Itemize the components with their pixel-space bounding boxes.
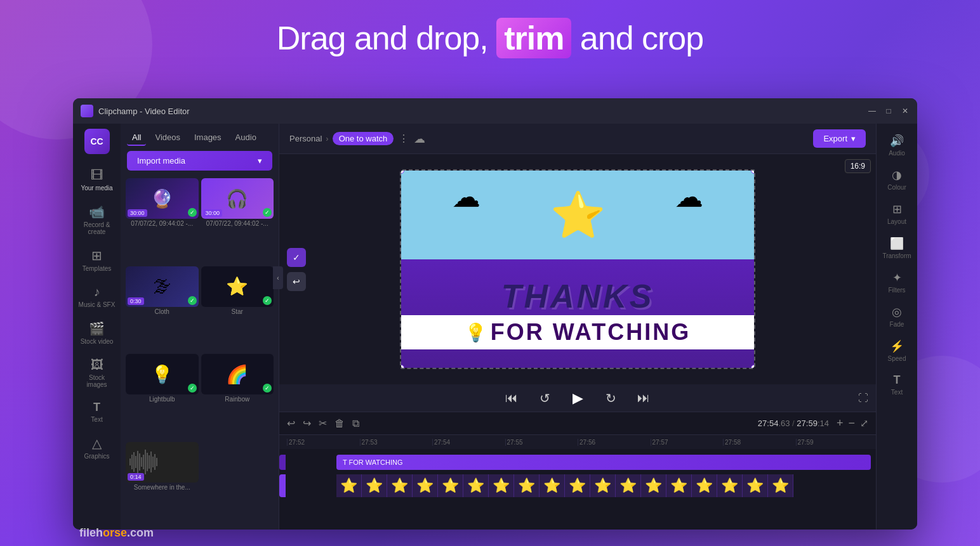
media-item-3[interactable]: 🌫 0:30 ✓ [126,266,199,307]
media-item-5[interactable]: 💡 ✓ [126,354,199,394]
delete-button[interactable]: 🗑 [334,418,345,429]
ruler-mark-2: 27:53 [360,439,433,446]
text-panel-icon: T [894,374,901,387]
media-check-4: ✓ [263,296,272,305]
breadcrumb-current[interactable]: One to watch [333,132,394,145]
star-track[interactable]: ⭐ ⭐ ⭐ ⭐ ⭐ ⭐ ⭐ ⭐ ⭐ ⭐ ⭐ ⭐ ⭐ [336,474,876,497]
confirm-button[interactable]: ✓ [287,248,306,267]
time-current-sub: .63 [778,419,790,428]
transform-panel-icon: ⬜ [890,237,904,250]
media-duration-7: 0:14 [128,473,144,481]
watermark: filehorse.com [79,526,154,540]
app-logo: CC [84,129,110,154]
star-track-handle [279,474,286,497]
redo-timeline-button[interactable]: ↪ [303,417,311,429]
media-item-3-wrapper: 🌫 0:30 ✓ Cloth [126,266,199,352]
top-bar: Personal › One to watch ⋮ ☁ Export ▾ [279,124,876,154]
star-cell-1: ⭐ [336,474,362,497]
maximize-button[interactable]: □ [884,107,893,115]
close-button[interactable]: ✕ [901,107,910,115]
tab-audio[interactable]: Audio [230,130,262,146]
export-button[interactable]: Export ▾ [813,129,866,148]
star-cell-9: ⭐ [540,474,565,497]
sidebar-item-graphics[interactable]: △ Graphics [76,431,119,465]
expand-timeline-button[interactable]: ⤢ [860,417,868,429]
media-item-2[interactable]: 🎧 30:00 ✓ [201,178,274,219]
sidebar-item-templates[interactable]: ⊞ Templates [76,243,119,277]
right-panel-colour[interactable]: ◑ Colour [878,163,916,196]
media-check-1: ✓ [188,208,197,217]
sidebar-item-text[interactable]: T Text [76,396,119,428]
sidebar-item-music[interactable]: ♪ Music & SFX [76,280,119,313]
media-item-6-wrapper: 🌈 ✓ Rainbow [201,354,274,439]
copy-button[interactable]: ⧉ [352,418,359,429]
stock-images-label: Stock images [78,374,116,388]
media-item-5-wrapper: 💡 ✓ Lightbulb [126,354,199,439]
minimize-button[interactable]: — [868,107,877,115]
handle-br[interactable] [751,365,755,369]
media-item-4-wrapper: ⭐ ✓ Star [201,266,274,352]
main-area: Personal › One to watch ⋮ ☁ Export ▾ 16:… [279,124,876,530]
colour-panel-icon: ◑ [892,168,902,182]
collapse-panel-button[interactable]: ‹ [273,266,283,289]
play-pause-button[interactable]: ▶ [567,388,588,408]
import-dropdown-arrow[interactable]: ▾ [258,156,262,166]
skip-back-button[interactable]: ⏮ [501,388,522,408]
timeline-tracks: T FOR WATCHING ⭐ ⭐ ⭐ ⭐ ⭐ ⭐ ⭐ [279,449,876,530]
video-content: ☁ ⭐ ☁ THANKS 💡 FOR WATCHING [401,171,754,368]
sidebar-item-stock-images[interactable]: 🖼 Stock images [76,353,119,393]
skip-forward-button[interactable]: ⏭ [633,388,654,408]
forward-button[interactable]: ↻ [600,388,621,408]
app-title: Clipchamp - Video Editor [98,107,868,116]
tagline-highlight: trim [496,18,571,58]
sidebar-item-record[interactable]: 📹 Record & create [76,199,119,240]
video-preview: ☁ ⭐ ☁ THANKS 💡 FOR WATCHING [400,169,755,369]
watching-text: FOR WATCHING [491,319,691,346]
tagline-heading: Drag and drop, trim and crop [0,18,980,58]
import-media-button[interactable]: Import media ▾ [127,151,272,171]
media-duration-3: 0:30 [128,297,144,305]
cut-button[interactable]: ✂ [319,417,327,429]
layout-panel-label: Layout [887,218,906,225]
replay-button[interactable]: ↺ [534,388,555,408]
media-item-1-wrapper: 🔮 30:00 ✓ 07/07/22, 09:44:02 -... [126,178,199,264]
zoom-out-button[interactable]: − [848,417,855,430]
tab-all[interactable]: All [127,130,146,146]
fullscreen-button[interactable]: ⛶ [858,393,868,404]
tab-images[interactable]: Images [189,130,227,146]
timeline-ruler: 27:52 27:53 27:54 27:55 27:56 27:57 27:5… [279,435,876,449]
right-panel-filters[interactable]: ✦ Filters [878,266,916,299]
fade-panel-icon: ◎ [892,305,902,319]
right-panel-fade[interactable]: ◎ Fade [878,300,916,333]
undo-timeline-button[interactable]: ↩ [287,417,295,429]
zoom-in-button[interactable]: + [837,417,844,430]
media-item-1[interactable]: 🔮 30:00 ✓ [126,178,199,219]
media-item-6[interactable]: 🌈 ✓ [201,354,274,394]
sidebar-item-your-media[interactable]: 🎞 Your media [76,163,119,197]
star-cell-10: ⭐ [565,474,590,497]
handle-bl[interactable] [400,365,404,369]
right-panel-audio[interactable]: 🔊 Audio [878,129,916,162]
handle-tr[interactable] [751,169,755,174]
sidebar-item-stock-video[interactable]: 🎬 Stock video [76,316,119,350]
audio-panel-label: Audio [889,150,905,157]
star-emoji: ⭐ [550,189,606,241]
media-item-7[interactable]: 0:14 [126,442,199,483]
tagline-before: Drag and drop, [277,20,496,56]
star-cell-11: ⭐ [590,474,616,497]
media-item-4[interactable]: ⭐ ✓ [201,266,274,307]
right-panel-speed[interactable]: ⚡ Speed [878,334,916,367]
tab-videos[interactable]: Videos [150,130,185,146]
right-panel-layout[interactable]: ⊞ Layout [878,197,916,230]
right-panel-text[interactable]: T Text [878,368,916,401]
right-panel-transform[interactable]: ⬜ Transform [878,231,916,264]
fade-panel-label: Fade [890,321,904,328]
more-options-icon[interactable]: ⋮ [399,133,409,145]
undo-button[interactable]: ↩ [287,272,306,291]
speed-panel-label: Speed [888,355,906,362]
media-label-7: Somewhere in the... [126,484,199,492]
media-check-3: ✓ [188,296,197,305]
cloud-sync-icon[interactable]: ☁ [414,132,425,146]
star-cell-7: ⭐ [489,474,514,497]
text-track[interactable]: T FOR WATCHING [336,455,871,470]
